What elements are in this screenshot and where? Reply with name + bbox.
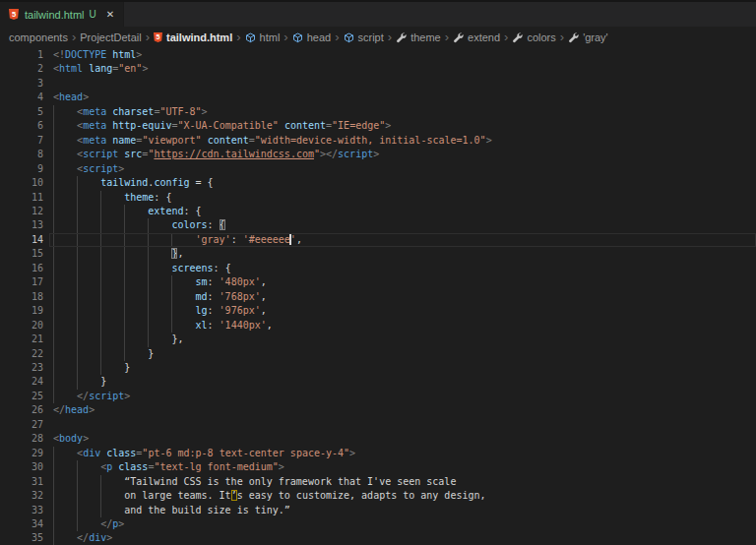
- code-token: [53, 518, 100, 529]
- code-token: }: [148, 348, 154, 359]
- code-token: >: [83, 91, 89, 102]
- code-line-21[interactable]: 21 },: [0, 333, 756, 346]
- code-line-23[interactable]: 23 }: [0, 361, 756, 375]
- code-line-10[interactable]: 10 tailwind.config = {: [0, 176, 756, 190]
- code-line-18[interactable]: 18 md: '768px',: [0, 290, 756, 304]
- code-line-2[interactable]: 2<html lang="en">: [0, 62, 756, 76]
- code-line-15[interactable]: 15 },: [0, 247, 756, 261]
- line-number: 18: [0, 290, 53, 304]
- code-line-17[interactable]: 17 sm: '480px',: [0, 275, 756, 289]
- code-line-content: [53, 77, 756, 91]
- breadcrumb-item-script[interactable]: script: [344, 31, 384, 43]
- code-line-16[interactable]: 16 screens: {: [0, 262, 756, 275]
- code-line-30[interactable]: 30 <p class="text-lg font-medium">: [0, 460, 756, 474]
- breadcrumb-item-colors[interactable]: colors: [512, 31, 555, 43]
- code-line-33[interactable]: 33 and the build size is tiny.”: [0, 504, 756, 517]
- code-line-28[interactable]: 28<body>: [0, 432, 756, 446]
- line-number: 26: [0, 403, 53, 417]
- detected-link[interactable]: https://cdn.tailwindcss.com: [154, 149, 314, 159]
- code-token: <!: [53, 49, 65, 60]
- code-line-content: [53, 418, 756, 432]
- code-token: [53, 320, 196, 331]
- code-token: >: [373, 149, 379, 159]
- code-line-19[interactable]: 19 lg: '976px',: [0, 304, 756, 318]
- line-number: 28: [0, 432, 53, 446]
- code-token: [53, 120, 77, 131]
- code-line-32[interactable]: 32 on large teams. It’s easy to customiz…: [0, 489, 756, 503]
- code-line-20[interactable]: 20 xl: '1440px',: [0, 319, 756, 333]
- code-token: [53, 192, 124, 203]
- code-token: html: [59, 63, 83, 74]
- code-line-1[interactable]: 1<!DOCTYPE html>: [0, 48, 756, 62]
- code-token: script: [89, 391, 124, 401]
- breadcrumb-item-projectdetail[interactable]: ProjectDetail: [80, 31, 141, 43]
- code-line-4[interactable]: 4<head>: [0, 91, 756, 104]
- code-token: >: [89, 404, 94, 415]
- code-line-34[interactable]: 34 </p>: [0, 517, 756, 531]
- code-line-content: and the build size is tiny.”: [53, 504, 756, 517]
- code-editor[interactable]: 1<!DOCTYPE html>2<html lang="en">34<head…: [0, 48, 756, 545]
- code-line-31[interactable]: 31 “Tailwind CSS is the only framework t…: [0, 475, 756, 489]
- code-token: html: [112, 49, 136, 60]
- code-line-29[interactable]: 29 <div class="pt-6 md:p-8 text-center s…: [0, 447, 756, 460]
- code-line-6[interactable]: 6 <meta http-equiv="X-UA-Compatible" con…: [0, 119, 756, 133]
- breadcrumb-item-head[interactable]: head: [292, 31, 331, 43]
- code-token: "UTF-8": [159, 106, 201, 117]
- code-token: '768px': [220, 291, 261, 302]
- code-token: [53, 234, 196, 245]
- code-line-11[interactable]: 11 theme: {: [0, 191, 756, 205]
- code-token: script: [338, 149, 373, 159]
- code-line-7[interactable]: 7 <meta name="viewport" content="width=d…: [0, 134, 756, 148]
- code-token: :: [183, 206, 195, 216]
- code-line-content: <!DOCTYPE html>: [53, 48, 756, 62]
- breadcrumb-item-components[interactable]: components: [9, 31, 68, 43]
- tab-tailwind-html[interactable]: 5 tailwind.html U ✕: [0, 2, 124, 27]
- code-line-35[interactable]: 35 </div>: [0, 531, 756, 545]
- code-line-25[interactable]: 25 </script>: [0, 390, 756, 403]
- code-line-22[interactable]: 22 }: [0, 347, 756, 361]
- line-number: 27: [0, 418, 53, 432]
- code-line-content: </div>: [53, 531, 756, 545]
- breadcrumb-item-theme[interactable]: theme: [396, 31, 441, 43]
- code-line-8[interactable]: 8 <script src="https://cdn.tailwindcss.c…: [0, 148, 756, 161]
- code-token: [202, 135, 208, 146]
- breadcrumb-item-html[interactable]: html: [245, 31, 281, 43]
- code-line-5[interactable]: 5 <meta charset="UTF-8">: [0, 105, 756, 119]
- breadcrumb-item--gray-[interactable]: 'gray': [568, 31, 608, 43]
- code-line-9[interactable]: 9 <script>: [0, 162, 756, 176]
- breadcrumb-item-tailwind-html[interactable]: 5tailwind.html: [154, 31, 232, 43]
- code-line-content: xl: '1440px',: [53, 319, 756, 333]
- code-line-content: on large teams. It’s easy to customize, …: [53, 489, 756, 503]
- code-token: </: [77, 532, 89, 543]
- code-line-27[interactable]: 27: [0, 418, 756, 432]
- line-number: 5: [0, 105, 53, 119]
- line-number: 16: [0, 262, 53, 275]
- line-number: 2: [0, 62, 53, 76]
- code-line-24[interactable]: 24 }: [0, 375, 756, 389]
- breadcrumb-label: colors: [527, 31, 555, 43]
- code-token: theme: [124, 192, 154, 203]
- code-line-content: }: [53, 375, 756, 389]
- code-token: ,: [261, 291, 267, 302]
- code-token: :: [208, 219, 220, 230]
- code-line-content: </script>: [53, 390, 756, 403]
- code-line-12[interactable]: 12 extend: {: [0, 205, 756, 218]
- code-token: lang: [89, 63, 112, 74]
- code-line-26[interactable]: 26</head>: [0, 403, 756, 417]
- code-token: [53, 206, 148, 216]
- line-number: 32: [0, 489, 53, 503]
- breadcrumb-item-extend[interactable]: extend: [453, 31, 500, 43]
- code-line-14[interactable]: 14 'gray': '#eeeeee',: [0, 233, 756, 247]
- line-number: 4: [0, 91, 53, 104]
- code-line-13[interactable]: 13 colors: {: [0, 218, 756, 232]
- code-line-3[interactable]: 3: [0, 77, 756, 91]
- code-token: on large teams. It: [124, 490, 230, 501]
- breadcrumb-separator-icon: ›: [388, 30, 392, 45]
- breadcrumb-separator-icon: ›: [72, 30, 76, 45]
- code-token: md: [196, 291, 208, 302]
- breadcrumb: components›ProjectDetail›5tailwind.html›…: [0, 27, 756, 48]
- code-token: :: [208, 320, 220, 331]
- code-token: [53, 149, 77, 159]
- close-icon[interactable]: ✕: [106, 9, 114, 20]
- vscode-window: 5 tailwind.html U ✕ components›ProjectDe…: [0, 0, 756, 545]
